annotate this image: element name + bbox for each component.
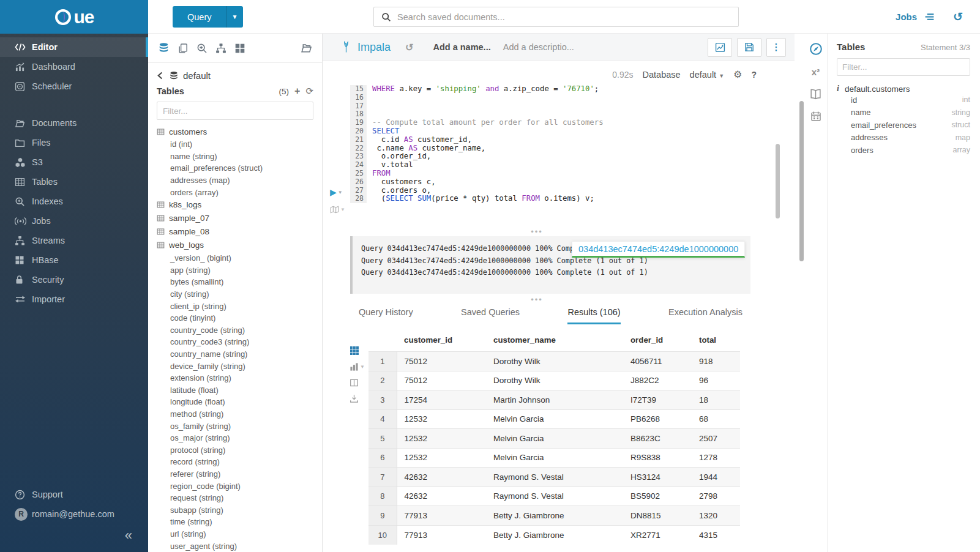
settings-gear-icon[interactable]: ⚙ <box>733 69 742 80</box>
database-assist-icon[interactable] <box>158 42 170 54</box>
assist-column[interactable]: addresses (map) <box>157 174 313 187</box>
table-row[interactable]: 977913Betty J. GiambroneDN88151320 <box>368 506 740 526</box>
table-row[interactable]: 742632Raymond S. VestalHS31241944 <box>368 468 740 487</box>
jobs-list-icon[interactable] <box>924 12 935 22</box>
table-row[interactable]: 1077913Betty J. GiambroneXR27714315 <box>368 525 740 545</box>
assist-table-k8s-logs[interactable]: k8s_logs <box>157 198 313 212</box>
assist-column[interactable]: country_code3 (string) <box>157 336 313 348</box>
functions-icon[interactable]: x² <box>812 67 820 77</box>
hue-logo[interactable]: ue <box>0 0 148 34</box>
job-id-link[interactable]: 034d413ec7474ed5:4249de1000000000 <box>578 244 738 254</box>
assist-column[interactable]: request (string) <box>157 492 313 504</box>
grid-view-icon[interactable] <box>350 346 365 356</box>
tab-query-history[interactable]: Query History <box>359 307 413 324</box>
log-resize-handle[interactable]: ••• <box>323 229 751 234</box>
sidebar-item-hbase[interactable]: HBase <box>0 250 148 270</box>
assist-column[interactable]: device_family (string) <box>157 360 313 372</box>
assist-column[interactable]: extension (string) <box>157 372 313 384</box>
sidebar-item-indexes[interactable]: Indexes <box>0 192 148 211</box>
assist-column[interactable]: time (string) <box>157 516 313 528</box>
right-filter-input[interactable] <box>837 58 970 76</box>
table-row[interactable]: 842632Raymond S. VestalBS59022798 <box>368 487 740 506</box>
query-name-input[interactable]: Add a name... <box>433 42 490 52</box>
back-chevron-icon[interactable] <box>157 72 163 80</box>
assist-column[interactable]: id (int) <box>157 138 313 151</box>
hbase-assist-icon[interactable] <box>234 43 245 54</box>
assist-column[interactable]: client_ip (string) <box>157 300 313 312</box>
sidebar-item-editor[interactable]: Editor <box>0 37 148 57</box>
table-row[interactable]: 317254Martin JohnsonI72T3918 <box>368 390 740 410</box>
column-header-total[interactable]: total <box>692 332 740 352</box>
table-row[interactable]: 412532Melvin GarciaPB626868 <box>368 409 740 429</box>
assist-column[interactable]: country_name (string) <box>157 348 313 360</box>
snippet-history-icon[interactable]: ↺ <box>405 42 413 53</box>
assist-table-sample-08[interactable]: sample_08 <box>157 225 313 239</box>
active-table-name[interactable]: default.customers <box>845 84 910 94</box>
jobs-link[interactable]: Jobs <box>896 12 917 22</box>
assist-column[interactable]: city (string) <box>157 288 313 300</box>
documents-assist-icon[interactable] <box>178 43 189 54</box>
column-header-customer-id[interactable]: customer_id <box>397 332 486 352</box>
assist-table-customers[interactable]: customers <box>157 125 313 138</box>
column-header-order-id[interactable]: order_id <box>623 332 692 352</box>
sidebar-item-jobs[interactable]: Jobs <box>0 211 148 231</box>
sidebar-item-files[interactable]: Files <box>0 133 148 152</box>
add-table-icon[interactable]: + <box>294 86 300 97</box>
table-row[interactable]: 275012Dorothy WilkJ882C296 <box>368 371 740 390</box>
assist-filter-input[interactable] <box>157 102 313 120</box>
query-description-input[interactable]: Add a descriptio... <box>503 42 574 52</box>
sidebar-item-streams[interactable]: Streams <box>0 231 148 250</box>
sidebar-item-documents[interactable]: Documents <box>0 113 148 133</box>
assist-column[interactable]: app (string) <box>157 264 313 277</box>
assist-column[interactable]: os_family (string) <box>157 420 313 432</box>
assist-column[interactable]: protocol (string) <box>157 444 313 456</box>
assist-column[interactable]: method (string) <box>157 408 313 420</box>
save-button[interactable] <box>737 38 761 57</box>
help-icon[interactable]: ? <box>751 70 757 80</box>
right-column-orders[interactable]: ordersarray <box>837 144 970 157</box>
assist-column[interactable]: referer (string) <box>157 468 313 480</box>
assist-column[interactable]: region_code (bigint) <box>157 480 313 492</box>
search-input[interactable] <box>397 12 738 22</box>
assist-column[interactable]: code (tinyint) <box>157 312 313 324</box>
table-row[interactable]: 612532Melvin GarciaR9S8381278 <box>368 448 740 468</box>
assist-column[interactable]: email_preferences (struct) <box>157 162 313 174</box>
tab-execution-analysis[interactable]: Execution Analysis <box>668 307 742 324</box>
assist-column[interactable]: country_code (string) <box>157 324 313 337</box>
columns-view-icon[interactable] <box>350 378 365 387</box>
breadcrumb-database-name[interactable]: default <box>183 70 211 81</box>
sql-editor[interactable]: 15WHERE a.key = 'shipping' and a.zip_cod… <box>350 85 604 203</box>
chart-view-icon[interactable]: ▼ <box>350 362 365 371</box>
main-scrollbar[interactable] <box>799 101 804 261</box>
assist-column[interactable]: record (string) <box>157 456 313 468</box>
compass-assistant-icon[interactable] <box>809 42 823 56</box>
assist-column[interactable]: latitude (float) <box>157 384 313 397</box>
right-column-id[interactable]: idint <box>837 94 970 106</box>
assist-column[interactable]: os_major (string) <box>157 432 313 444</box>
sidebar-item-scheduler[interactable]: Scheduler <box>0 76 148 96</box>
assist-column[interactable]: longitude (float) <box>157 396 313 408</box>
sidebar-item-dashboard[interactable]: Dashboard <box>0 57 148 76</box>
query-history-icon[interactable]: ↺ <box>953 10 963 24</box>
sidebar-item-security[interactable]: Security <box>0 270 148 289</box>
assist-column[interactable]: orders (array) <box>157 186 313 198</box>
results-resize-handle[interactable]: ••• <box>323 297 751 302</box>
sidebar-collapse-button[interactable]: « <box>0 524 148 547</box>
right-column-email-preferences[interactable]: email_preferencesstruct <box>837 119 970 132</box>
query-button-label[interactable]: Query <box>173 6 226 28</box>
assist-column[interactable]: name (string) <box>157 151 313 163</box>
assist-table-web-logs[interactable]: web_logs <box>157 239 313 252</box>
assist-column[interactable]: _version_ (bigint) <box>157 252 313 264</box>
column-header-customer-name[interactable]: customer_name <box>486 332 623 352</box>
sidebar-item-support[interactable]: Support <box>0 485 148 504</box>
editor-scrollbar[interactable] <box>776 144 780 218</box>
database-selector[interactable]: default ▼ <box>690 70 725 80</box>
assist-column[interactable]: user_agent (string) <box>157 540 313 552</box>
info-icon[interactable]: i <box>837 84 839 94</box>
sidebar-item-s3[interactable]: S3 <box>0 152 148 172</box>
assist-column[interactable]: subapp (string) <box>157 504 313 516</box>
table-row[interactable]: 512532Melvin GarciaB8623C2507 <box>368 429 740 449</box>
query-dropdown-caret[interactable]: ▼ <box>226 6 243 28</box>
tab-results-106-[interactable]: Results (106) <box>567 307 620 324</box>
documents-folder-icon[interactable] <box>301 42 312 54</box>
